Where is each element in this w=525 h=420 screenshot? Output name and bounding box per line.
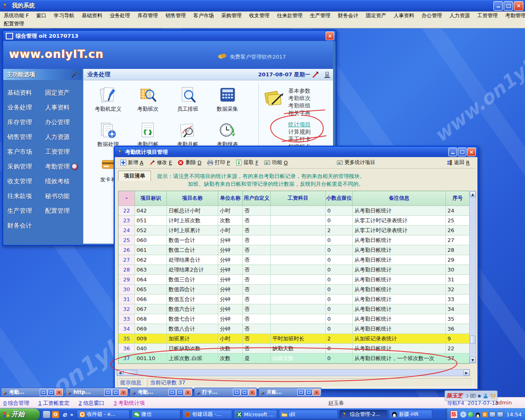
table-cell[interactable]: 缺勤天数 bbox=[271, 344, 326, 354]
toolbar-delete-button[interactable]: 删除D bbox=[175, 158, 204, 167]
table-cell[interactable]: 0 bbox=[326, 275, 353, 285]
table-row[interactable]: 35009加班累计小时否平时加班时长2从加班记录表统计9 bbox=[119, 334, 470, 344]
link-item[interactable]: 手工打卡 bbox=[288, 135, 310, 143]
table-cell[interactable]: 数值四合计 bbox=[167, 285, 218, 294]
scroll-down-icon[interactable]: ▼ bbox=[470, 357, 476, 363]
table-cell[interactable]: 065 bbox=[135, 285, 167, 294]
table-cell[interactable]: 否 bbox=[243, 235, 271, 245]
sidebar-item-16[interactable]: 秘书功能 bbox=[45, 192, 83, 200]
table-cell[interactable]: 处理结果2合计 bbox=[167, 265, 218, 275]
minimized-window[interactable]: 考勤...× bbox=[1, 388, 64, 397]
table-cell[interactable] bbox=[271, 235, 326, 245]
table-cell[interactable]: 35 bbox=[119, 334, 135, 344]
table-cell[interactable]: 26 bbox=[119, 245, 135, 255]
maximize-button[interactable] bbox=[241, 389, 248, 396]
table-cell[interactable]: 9 bbox=[446, 334, 470, 344]
table-cell[interactable]: 36 bbox=[446, 324, 470, 334]
table-header-cell[interactable]: - bbox=[119, 191, 135, 206]
table-cell[interactable] bbox=[271, 285, 326, 294]
menu-item[interactable]: 考勤管理 bbox=[502, 12, 525, 20]
table-cell[interactable]: 25 bbox=[446, 216, 470, 226]
window-tab-1[interactable]: 1工资帐套定 bbox=[38, 399, 69, 407]
table-header-cell[interactable]: 单位名称 bbox=[218, 191, 243, 206]
table-cell[interactable]: 从加班记录表统计 bbox=[353, 334, 446, 344]
table-cell[interactable]: 0 bbox=[326, 216, 353, 226]
toolbar-print-button[interactable]: 打印P bbox=[204, 158, 233, 167]
sidebar-item-17[interactable]: 生产管理 bbox=[7, 207, 45, 215]
menu-item[interactable]: 工资管理 bbox=[474, 12, 502, 20]
table-cell[interactable]: 否 bbox=[243, 206, 271, 216]
menu-item[interactable]: 办公管理 bbox=[418, 12, 446, 20]
network-icon[interactable] bbox=[489, 412, 495, 417]
table-cell[interactable]: 052 bbox=[135, 226, 167, 235]
link-item[interactable]: 考勤班组 bbox=[288, 102, 310, 109]
table-header-cell[interactable]: 工资科目 bbox=[271, 191, 326, 206]
sidebar-item-13[interactable]: 收支管理 bbox=[7, 178, 45, 185]
exit-icon[interactable] bbox=[323, 71, 331, 79]
menu-item[interactable]: 基础资料 bbox=[78, 12, 106, 20]
table-row[interactable]: 37001.10上班次数.白班次数是白班天数0从考勤日帐统计，一个班次数一次37 bbox=[119, 354, 470, 363]
table-cell[interactable]: 否 bbox=[243, 314, 271, 324]
table-cell[interactable]: 小时 bbox=[218, 334, 243, 344]
sidebar-item-12[interactable]: 考勤管理 bbox=[45, 163, 83, 171]
table-cell[interactable]: 否 bbox=[243, 255, 271, 265]
sidebar-item-2[interactable]: 固定资产 bbox=[45, 89, 83, 97]
table-cell[interactable]: 30 bbox=[446, 265, 470, 275]
vertical-scrollbar[interactable]: ▲ ▼ bbox=[469, 191, 476, 363]
table-cell[interactable]: 23 bbox=[119, 216, 135, 226]
scrollbar-thumb[interactable] bbox=[470, 336, 475, 344]
table-cell[interactable]: 否 bbox=[243, 334, 271, 344]
table-cell[interactable]: 069 bbox=[135, 324, 167, 334]
table-cell[interactable]: 从考勤日帐统计 bbox=[353, 275, 446, 285]
table-row[interactable]: 28063处理结果2合计分钟否0从考勤日帐统计30 bbox=[119, 265, 470, 275]
sidebar-item-11[interactable]: 采购管理 bbox=[7, 163, 45, 171]
table-cell[interactable]: 否 bbox=[243, 265, 271, 275]
table-cell[interactable]: 2 bbox=[326, 226, 353, 235]
table-cell[interactable]: 否 bbox=[243, 275, 271, 285]
sidebar-item-5[interactable]: 库存管理 bbox=[7, 119, 45, 126]
qq-tray-icon[interactable] bbox=[475, 412, 481, 418]
table-cell[interactable]: 计时上班累计 bbox=[167, 226, 218, 235]
table-cell[interactable]: 分钟 bbox=[218, 255, 243, 265]
table-cell[interactable]: 31 bbox=[119, 294, 135, 304]
app-launcher-icon[interactable] bbox=[43, 411, 50, 418]
table-cell[interactable]: 062 bbox=[135, 255, 167, 265]
table-cell[interactable]: 上班次数.白班 bbox=[167, 354, 218, 363]
sidebar-item-4[interactable]: 人事资料 bbox=[45, 104, 83, 112]
table-cell[interactable]: 否 bbox=[243, 216, 271, 226]
sidebar-item-10[interactable]: 工资管理 bbox=[45, 148, 83, 156]
dialog-titlebar[interactable]: 考勤统计项目管理 × bbox=[115, 147, 477, 157]
table-cell[interactable]: 0 bbox=[326, 285, 353, 294]
messenger-tray-icon[interactable] bbox=[468, 412, 473, 417]
table-cell[interactable]: 064 bbox=[135, 275, 167, 285]
table-cell[interactable]: 32 bbox=[446, 285, 470, 294]
desktop-icon-doc-mag[interactable]: 员工排班 bbox=[168, 86, 208, 121]
close-button[interactable]: × bbox=[313, 389, 320, 396]
table-cell[interactable]: 33 bbox=[446, 294, 470, 304]
desktop-icon-doc-pencil[interactable]: 考勤机定义 bbox=[88, 86, 128, 121]
table-cell[interactable]: 否 bbox=[243, 324, 271, 334]
table-row[interactable]: 29064数值三合计分钟否0从考勤日帐统计31 bbox=[119, 275, 470, 285]
sidebar-item-7[interactable]: 销售管理 bbox=[7, 133, 45, 141]
table-cell[interactable]: 0 bbox=[326, 235, 353, 245]
table-cell[interactable]: 24 bbox=[446, 206, 470, 216]
horizontal-scrollbar[interactable]: ◀ ▶ bbox=[116, 369, 470, 376]
table-cell[interactable]: 061 bbox=[135, 245, 167, 255]
table-cell[interactable]: 从考勤日帐统计 bbox=[353, 245, 446, 255]
table-cell[interactable]: 0 bbox=[326, 206, 353, 216]
table-cell[interactable]: 从考勤日帐统计，一个班次数一次 bbox=[353, 354, 446, 363]
menu-item[interactable]: 人事资料 bbox=[390, 12, 418, 20]
close-button[interactable]: × bbox=[184, 389, 192, 396]
maximize-button[interactable] bbox=[504, 1, 513, 11]
table-cell[interactable]: 数值五合计 bbox=[167, 294, 218, 304]
menu-item[interactable]: 固定资产 bbox=[362, 12, 390, 20]
window-titlebar[interactable]: 综合管理 oit 20170713 × bbox=[3, 31, 336, 41]
table-cell[interactable]: 从考勤日帐统计 bbox=[353, 206, 446, 216]
table-cell[interactable]: 分钟 bbox=[218, 275, 243, 285]
table-cell[interactable]: 27 bbox=[446, 235, 470, 245]
toolbar-more-button[interactable]: 更多统计项目 bbox=[334, 158, 378, 167]
table-cell[interactable]: 否 bbox=[243, 226, 271, 235]
minimized-window[interactable]: http...× bbox=[65, 388, 128, 397]
table-cell[interactable]: 否 bbox=[243, 344, 271, 354]
restore-button[interactable] bbox=[233, 389, 240, 396]
